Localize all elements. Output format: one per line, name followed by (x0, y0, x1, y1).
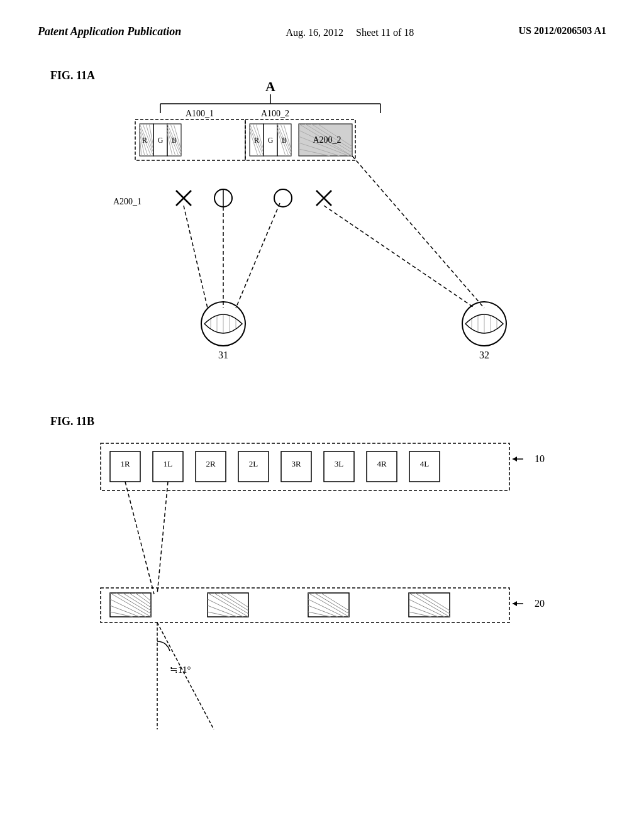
label-1L: 1L (164, 459, 173, 468)
label-A100-1: A100_1 (186, 109, 214, 118)
label-10: 10 (535, 453, 545, 464)
cell-label-G1: G (158, 136, 164, 145)
label-A200-1: A200_1 (113, 197, 142, 206)
cell-label-B1: B (172, 136, 177, 145)
hc-1-4 (129, 593, 151, 607)
label-3L: 3L (335, 459, 344, 468)
dash-line-1 (184, 206, 208, 308)
hc-1-7 (110, 599, 146, 617)
hc-4-4 (409, 599, 445, 617)
fig-11b-svg: 10 1R 1L 2R 2L 3R 3L (38, 428, 604, 792)
patent-number: US 2012/0206503 A1 (518, 25, 606, 36)
hc-2-4 (226, 593, 248, 607)
dash-line-3 (236, 203, 280, 308)
label-A200-2-text: A200_2 (313, 135, 341, 145)
fig-11b-label: FIG. 11B (50, 415, 94, 428)
hc-1-3 (123, 593, 151, 611)
dash-line-4 (324, 206, 475, 308)
hc-2-3 (220, 593, 248, 611)
eye-right-label: 32 (479, 350, 489, 360)
hc-4-3 (421, 593, 450, 611)
label-A100-2: A100_2 (261, 109, 289, 118)
cell-label-B2: B (282, 136, 287, 145)
cell-label-G2: G (268, 136, 274, 145)
hc-1-6 (142, 593, 151, 601)
open-circle (274, 189, 292, 207)
eye-left-label: 31 (218, 350, 228, 360)
sheet-label: Sheet 11 of 18 (356, 27, 414, 38)
angle-label: ≒11° (170, 665, 191, 675)
label-2R: 2R (206, 459, 216, 468)
fig-11b-diagram: 10 1R 1L 2R 2L 3R 3L (38, 428, 604, 795)
label-20: 20 (535, 598, 545, 609)
dash-cell-1L (157, 482, 168, 594)
label-1R: 1R (120, 459, 130, 468)
arrow-10-head (513, 456, 517, 462)
angle-line-right (157, 622, 214, 729)
date-label: Aug. 16, 2012 (286, 27, 343, 38)
hc-3-3 (321, 593, 349, 611)
row-10-border (101, 443, 509, 490)
label-2L: 2L (249, 459, 258, 468)
label-4L: 4L (420, 459, 430, 468)
dash-cell-1R (125, 482, 154, 594)
label-4R: 4R (377, 459, 387, 468)
dash-line-5 (352, 156, 484, 308)
label-A: A (265, 79, 275, 94)
hc-2-5 (208, 599, 243, 617)
label-3R: 3R (291, 459, 301, 468)
cell-label-R1: R (142, 136, 147, 145)
page: Patent Application Publication Aug. 16, … (0, 0, 644, 830)
cell-label-R2: R (254, 136, 259, 145)
panel-A100-1 (135, 119, 245, 160)
fig-11a-svg: A A100_1 A100_2 R G (38, 60, 604, 399)
header: Patent Application Publication Aug. 16, … (0, 0, 644, 40)
date-sheet-info: Aug. 16, 2012 Sheet 11 of 18 (286, 25, 414, 40)
hc-3-4 (308, 599, 344, 617)
fig-11a-diagram: A A100_1 A100_2 R G (38, 60, 604, 402)
arrow-20-head (513, 601, 517, 606)
publication-label: Patent Application Publication (38, 25, 181, 38)
